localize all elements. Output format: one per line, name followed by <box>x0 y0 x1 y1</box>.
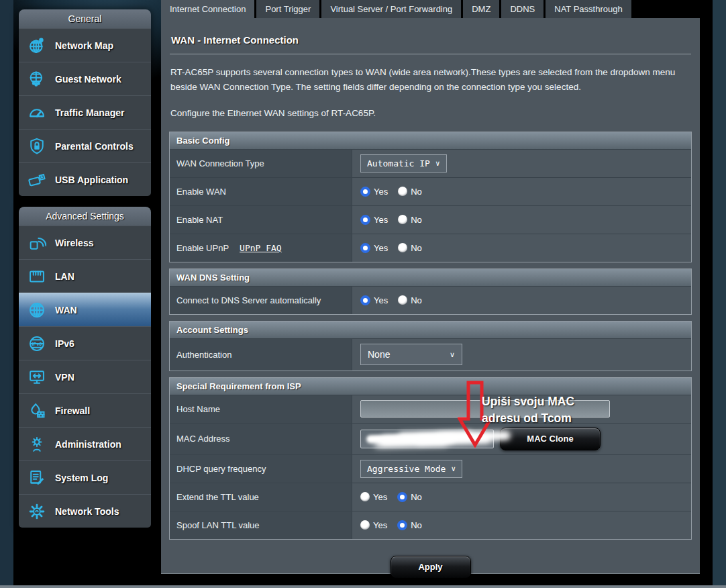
section-header-basic-config: Basic Config <box>170 132 691 149</box>
sidebar-section-general: General Network MapGuest NetworkTraffic … <box>19 9 151 196</box>
radio-yes[interactable]: Yes <box>360 492 387 502</box>
main-content: Internet ConnectionPort TriggerVirtual S… <box>161 0 700 575</box>
radio-no[interactable]: No <box>397 520 422 530</box>
radio-label: No <box>411 520 422 530</box>
sidebar-item-lan[interactable]: LAN <box>19 259 151 293</box>
wan-settings-page: WAN - Internet Connection RT-AC65P suppo… <box>161 18 700 574</box>
sidebar-item-administration[interactable]: Administration <box>19 427 151 460</box>
page-title: WAN - Internet Connection <box>171 34 690 46</box>
tab-port-trigger[interactable]: Port Trigger <box>256 0 321 18</box>
sidebar-item-network-tools[interactable]: Network Tools <box>19 494 151 528</box>
apply-button[interactable]: Apply <box>391 556 471 579</box>
lan-icon <box>28 267 46 286</box>
radio-dot-icon <box>397 492 407 502</box>
row-label: Enable NAT <box>176 215 223 225</box>
sidebar-item-wan[interactable]: WAN <box>19 293 151 326</box>
apply-area: Apply <box>169 546 692 579</box>
sidebar-header-general: General <box>19 9 151 28</box>
section-account-settings: Account Settings Authentication None ∨ <box>169 321 692 371</box>
sidebar-item-parental-controls[interactable]: Parental Controls <box>19 129 151 162</box>
sidebar-item-label: Parental Controls <box>55 141 134 152</box>
bottom-edge-line <box>0 585 726 588</box>
radio-dot-icon <box>398 187 407 196</box>
table-row: MAC Address MAC Clone <box>170 423 691 454</box>
radio-yes[interactable]: Yes <box>360 295 388 305</box>
radio-yes[interactable]: Yes <box>360 215 388 225</box>
sidebar-item-traffic-manager[interactable]: Traffic Manager <box>19 95 151 129</box>
radio-yes[interactable]: Yes <box>360 520 387 530</box>
section-wan-dns: WAN DNS Setting Connect to DNS Server au… <box>169 268 692 315</box>
guest-network-icon <box>28 70 46 89</box>
radio-dot-icon <box>360 520 370 530</box>
dhcp-query-frequency-select[interactable]: Aggressive Mode ∨ <box>360 460 462 478</box>
tab-ddns[interactable]: DDNS <box>501 0 546 18</box>
radio-no[interactable]: No <box>398 215 422 225</box>
radio-no[interactable]: No <box>398 187 422 197</box>
sidebar-header-advanced: Advanced Settings <box>19 207 151 226</box>
section-header-account: Account Settings <box>170 322 691 338</box>
section-header-wan-dns: WAN DNS Setting <box>170 269 691 286</box>
row-label: Enable WAN <box>176 187 226 197</box>
select-value: Automatic IP <box>367 158 430 168</box>
parental-controls-icon <box>28 137 46 156</box>
radio-label: Yes <box>374 295 388 305</box>
redaction-scribble <box>366 433 440 443</box>
sidebar-item-label: Wireless <box>55 238 93 248</box>
title-divider <box>170 54 691 54</box>
sidebar-item-label: System Log <box>55 473 108 483</box>
sidebar-item-label: IPv6 <box>55 338 74 349</box>
sidebar-item-vpn[interactable]: VPN <box>19 360 151 393</box>
sidebar-item-usb-application[interactable]: USB Application <box>19 162 151 196</box>
select-value: None <box>368 349 390 360</box>
radio-label: Yes <box>374 243 388 253</box>
chevron-down-icon: ∨ <box>435 159 440 168</box>
tab-internet-connection[interactable]: Internet Connection <box>161 0 256 18</box>
row-label: DHCP query frequency <box>176 464 266 474</box>
wan-connection-type-select[interactable]: Automatic IP ∨ <box>360 154 447 173</box>
sidebar-item-guest-network[interactable]: Guest Network <box>19 62 151 95</box>
row-label: WAN Connection Type <box>176 158 264 168</box>
table-row: DHCP query frequency Aggressive Mode ∨ <box>170 454 691 483</box>
sidebar-item-system-log[interactable]: System Log <box>19 460 151 494</box>
mac-clone-button[interactable]: MAC Clone <box>500 428 601 450</box>
wireless-icon <box>28 234 46 252</box>
radio-dot-icon <box>360 295 370 305</box>
radio-dot-icon <box>398 215 407 224</box>
upnp-faq-link[interactable]: UPnP FAQ <box>240 243 282 253</box>
radio-no[interactable]: No <box>397 492 422 502</box>
radio-dot-icon <box>360 215 370 225</box>
enable-upnp-radio-group: Yes No <box>360 243 422 253</box>
background-right-strip <box>713 0 726 588</box>
sidebar-item-label: VPN <box>55 372 74 383</box>
radio-yes[interactable]: Yes <box>360 187 388 197</box>
radio-no[interactable]: No <box>398 243 422 253</box>
annotation-text: Upiši svoju MAC adresu od Tcom <box>482 393 626 427</box>
network-map-icon <box>28 36 46 55</box>
tab-virtual-server-port-forwarding[interactable]: Virtual Server / Port Forwarding <box>321 0 463 18</box>
radio-label: No <box>411 215 422 225</box>
vpn-icon <box>28 368 46 387</box>
radio-label: No <box>411 187 422 197</box>
annotation-line-1: Upiši svoju MAC <box>482 393 626 410</box>
radio-no[interactable]: No <box>398 295 422 305</box>
sidebar-item-label: Network Map <box>55 40 113 51</box>
tab-bar: Internet ConnectionPort TriggerVirtual S… <box>161 0 700 18</box>
sidebar-item-ipv6[interactable]: IPv6IPv6 <box>19 326 151 360</box>
spoof-lan-ttl-radio-group: Yes No <box>360 520 422 530</box>
sidebar-item-network-map[interactable]: Network Map <box>19 28 151 62</box>
sidebar-item-firewall[interactable]: Firewall <box>19 393 151 427</box>
tab-nat-passthrough[interactable]: NAT Passthrough <box>546 0 633 18</box>
sidebar-item-label: Guest Network <box>55 74 121 85</box>
sidebar-item-wireless[interactable]: Wireless <box>19 226 151 259</box>
background-left-strip <box>0 0 13 588</box>
authentication-select[interactable]: None ∨ <box>360 344 462 365</box>
radio-yes[interactable]: Yes <box>360 243 388 253</box>
row-label: Authentication <box>176 350 231 360</box>
annotation-line-2: adresu od Tcom <box>482 410 626 427</box>
row-label: Spoof LAN TTL value <box>176 520 260 530</box>
network-tools-icon <box>28 502 46 521</box>
ipv6-icon: IPv6 <box>28 334 46 353</box>
tab-dmz[interactable]: DMZ <box>463 0 501 18</box>
row-label: MAC Address <box>176 434 229 444</box>
section-header-special-requirement: Special Requirement from ISP <box>170 378 691 395</box>
